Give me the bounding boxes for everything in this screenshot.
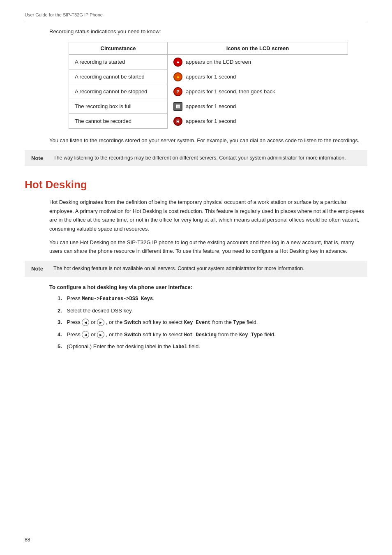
- step2-text: Select the desired DSS key.: [67, 308, 133, 314]
- step-1: 1. Press Menu->Features->DSS Keys.: [58, 294, 367, 303]
- step4-text-mid3: soft key to select: [143, 331, 184, 338]
- table-cell-icon: ● appears for 1 second: [168, 69, 348, 84]
- page-header: User Guide for the SIP-T32G IP Phone: [25, 12, 367, 20]
- lcd-icon-orange: ●: [173, 72, 182, 81]
- step3-text-before: Press: [67, 319, 82, 325]
- icon-description: appears for 1 second: [186, 74, 236, 80]
- table-row: A recording cannot be started ● appears …: [69, 69, 348, 84]
- icon-description: appears for 1 second: [186, 103, 236, 109]
- step4-key-left: ◄: [82, 331, 89, 338]
- hot-desking-para2: You can use Hot Desking on the SIP-T32G …: [49, 238, 367, 256]
- icon-description: appears on the LCD screen: [186, 59, 251, 65]
- step5-bold: Label: [173, 344, 187, 350]
- step4-key-right: ►: [97, 331, 104, 338]
- step3-num: 3.: [58, 319, 62, 325]
- table-cell-icon: R appears for 1 second: [168, 114, 348, 129]
- table-cell-icon: P appears for 1 second, then goes back: [168, 84, 348, 99]
- step-3: 3. Press ◄ or ► , or the Switch soft key…: [58, 318, 367, 327]
- table-cell-circumstance: The cannot be recorded: [69, 114, 168, 129]
- icon-description: appears for 1 second: [186, 118, 236, 124]
- step1-text-before: Press: [67, 295, 82, 301]
- step3-key-left: ◄: [82, 319, 89, 326]
- step5-num: 5.: [58, 343, 62, 349]
- step4-text-mid4: from the: [218, 331, 239, 338]
- step-5: 5. (Optional.) Enter the hot desking lab…: [58, 342, 367, 351]
- step3-text-mid1: or: [91, 319, 97, 325]
- note1-box: Note The way listening to the recordings…: [25, 150, 367, 166]
- note1-label: Note: [31, 154, 47, 162]
- table-cell-circumstance: A recording is started: [69, 54, 168, 69]
- step4-text-mid1: or: [91, 331, 97, 338]
- note1-text: The way listening to the recordings may …: [53, 154, 346, 162]
- table-cell-circumstance: The recording box is full: [69, 99, 168, 114]
- step3-bold2: Key Event: [184, 320, 211, 326]
- step2-num: 2.: [58, 308, 62, 314]
- step-4: 4. Press ◄ or ► , or the Switch soft key…: [58, 331, 367, 339]
- table-cell-icon: ▤ appears for 1 second: [168, 99, 348, 114]
- intro-text: Recording status indications you need to…: [49, 28, 367, 36]
- step3-text-mid4: from the: [212, 319, 233, 325]
- table-row: A recording is started ● appears on the …: [69, 54, 348, 69]
- step4-bold1: Switch: [124, 331, 141, 338]
- table-cell-circumstance: A recording cannot be started: [69, 69, 168, 84]
- recording-table: Circumstance Icons on the LCD screen A r…: [69, 42, 348, 129]
- step1-num: 1.: [58, 295, 62, 301]
- table-cell-circumstance: A recording cannot be stopped: [69, 84, 168, 99]
- step4-text-before: Press: [67, 331, 82, 338]
- step4-text-end: field.: [264, 331, 275, 338]
- table-header-circumstance: Circumstance: [69, 42, 168, 54]
- note2-box: Note The hot desking feature is not avai…: [25, 261, 367, 277]
- header-text: User Guide for the SIP-T32G IP Phone: [25, 12, 103, 17]
- step3-text-mid3: soft key to select: [143, 319, 184, 325]
- procedure-title: To configure a hot desking key via phone…: [49, 284, 367, 290]
- step1-mono: Menu->Features->DSS Keys: [82, 296, 153, 302]
- table-row: A recording cannot be stopped P appears …: [69, 84, 348, 99]
- note2-text: The hot desking feature is not available…: [53, 265, 304, 273]
- listen-para: You can listen to the recordings stored …: [49, 136, 367, 145]
- lcd-icon-r: R: [173, 117, 182, 126]
- step3-text-end: field.: [247, 319, 258, 325]
- step3-bold3: Type: [233, 320, 245, 326]
- step4-bold2: Hot Desking: [184, 332, 217, 338]
- step1-text-after: .: [153, 295, 154, 301]
- table-header-icons: Icons on the LCD screen: [168, 42, 348, 54]
- note2-label: Note: [31, 265, 47, 273]
- hot-desking-para1: Hot Desking originates from the definiti…: [49, 198, 367, 233]
- step4-num: 4.: [58, 331, 62, 338]
- table-cell-icon: ● appears on the LCD screen: [168, 55, 348, 69]
- step5-text-after: field.: [189, 343, 200, 349]
- lcd-icon-box: ▤: [173, 102, 182, 111]
- page-number: 88: [25, 537, 30, 543]
- table-row: The recording box is full ▤ appears for …: [69, 99, 348, 114]
- step5-text-before: (Optional.) Enter the hot desking label …: [67, 343, 172, 349]
- table-row: The cannot be recorded R appears for 1 s…: [69, 114, 348, 129]
- step3-key-right: ►: [97, 319, 104, 326]
- lcd-icon-active: ●: [173, 58, 182, 67]
- step4-text-mid2: , or the: [106, 331, 124, 338]
- hot-desking-title: Hot Desking: [25, 178, 367, 191]
- lcd-icon-pause: P: [173, 87, 182, 96]
- step3-text-mid2: , or the: [106, 319, 124, 325]
- step3-bold1: Switch: [124, 319, 141, 325]
- step4-bold3: Key Type: [239, 332, 263, 338]
- step-2: 2. Select the desired DSS key.: [58, 307, 367, 315]
- steps-list: 1. Press Menu->Features->DSS Keys. 2. Se…: [58, 294, 367, 351]
- icon-description: appears for 1 second, then goes back: [186, 88, 275, 95]
